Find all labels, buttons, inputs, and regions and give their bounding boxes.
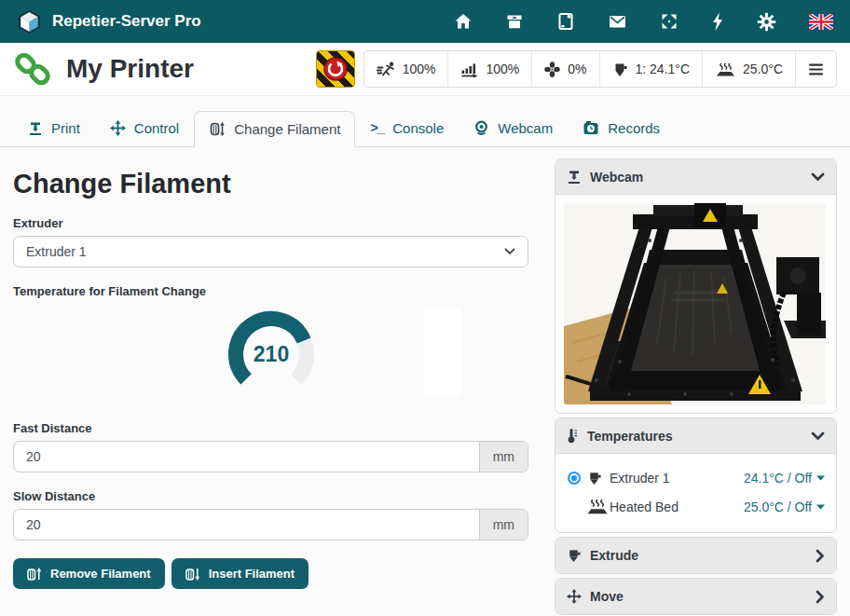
temperature-input-area [424, 308, 461, 397]
move-panel-title: Move [590, 589, 624, 604]
print-icon [28, 121, 43, 136]
extruder-icon [612, 62, 628, 77]
bed-temp-dropdown[interactable]: 25.0°C / Off [744, 500, 825, 514]
bed-temp-row: Heated Bed 25.0°C / Off [567, 492, 825, 521]
slow-distance-input[interactable] [14, 510, 479, 540]
chevron-down-icon [811, 431, 825, 441]
printer-title: My Printer [66, 54, 194, 84]
tab-change-filament-label: Change Filament [234, 121, 340, 137]
extrude-panel-header[interactable]: Extrude [555, 538, 836, 573]
change-filament-panel: Change Filament Extruder Extruder 1 Temp… [13, 147, 528, 589]
brand[interactable]: Repetier-Server Pro [17, 9, 201, 34]
extruder-icon [567, 548, 582, 563]
filament-icon [209, 121, 226, 137]
extruder-select-value: Extruder 1 [26, 244, 87, 259]
connection-link-icon [13, 49, 52, 89]
nav-fullscreen-link[interactable] [660, 12, 679, 31]
radio-selected-icon[interactable] [567, 471, 582, 486]
filament-down-icon [185, 567, 201, 582]
speed-icon [377, 62, 395, 77]
printer-status-bar: 100% 100% [363, 50, 837, 88]
tab-console[interactable]: >_ Console [355, 110, 459, 146]
nav-manual-link[interactable] [556, 12, 575, 31]
tab-change-filament[interactable]: Change Filament [194, 111, 355, 147]
nav-power-link[interactable] [711, 12, 724, 32]
bed-row-label: Heated Bed [610, 500, 679, 514]
flow-status[interactable]: 100% [447, 51, 531, 87]
move-panel-header[interactable]: Move [555, 579, 836, 614]
bed-temp-value: 25.0°C [743, 62, 783, 76]
temperatures-panel: Temperatures [555, 418, 837, 533]
speed-status[interactable]: 100% [364, 51, 448, 87]
extrude-panel-title: Extrude [590, 548, 638, 563]
extruder-select[interactable]: Extruder 1 [13, 236, 528, 267]
fullscreen-icon [660, 12, 679, 31]
webcam-icon [473, 120, 489, 136]
nav-messages-link[interactable] [608, 12, 627, 31]
tab-print[interactable]: Print [13, 110, 95, 146]
control-move-icon [110, 120, 126, 136]
temperature-knob[interactable]: 210 [225, 306, 318, 399]
remove-filament-button[interactable]: Remove Filament [13, 558, 165, 589]
settings-gear-icon [757, 12, 776, 32]
temperatures-panel-header[interactable]: Temperatures [555, 418, 836, 454]
tab-console-label: Console [392, 120, 444, 136]
temperature-gauge-row: 210 [13, 306, 528, 404]
navbar-icons [454, 12, 833, 32]
tab-control[interactable]: Control [95, 110, 194, 146]
console-icon: >_ [370, 121, 384, 136]
emergency-stop-icon [322, 56, 349, 82]
manual-icon [556, 12, 575, 31]
extruder-status[interactable]: 1: 24.1°C [599, 51, 703, 87]
temperature-label: Temperature for Filament Change [13, 284, 528, 298]
slow-distance-label: Slow Distance [13, 489, 528, 503]
printer-menu-button[interactable] [795, 51, 836, 87]
chevron-right-icon [816, 590, 825, 604]
temperature-value: 210 [253, 342, 288, 366]
insert-filament-button[interactable]: Insert Filament [171, 558, 308, 589]
tab-control-label: Control [134, 120, 179, 136]
fast-distance-group: mm [13, 441, 528, 472]
mail-icon [608, 12, 627, 31]
extruder-temp-value: 1: 24.1°C [636, 62, 691, 76]
nav-archive-link[interactable] [505, 12, 524, 31]
flow-value: 100% [486, 62, 519, 76]
home-icon [454, 12, 473, 31]
page-title: Change Filament [13, 169, 528, 199]
nav-language-link[interactable] [809, 14, 833, 30]
webcam-panel-title: Webcam [590, 170, 643, 185]
extruder-icon [587, 471, 602, 486]
remove-filament-label: Remove Filament [50, 567, 151, 581]
chevron-down-icon [504, 248, 515, 255]
extruder-temp-dropdown[interactable]: 24.1°C / Off [744, 471, 825, 486]
top-navbar: Repetier-Server Pro [0, 0, 850, 43]
nav-home-link[interactable] [454, 12, 473, 31]
tab-records[interactable]: Records [568, 110, 675, 146]
slow-distance-group: mm [13, 509, 528, 541]
language-flag-icon [809, 14, 833, 30]
slow-distance-unit: mm [479, 510, 528, 540]
extruder-row-label: Extruder 1 [610, 471, 670, 486]
extruder-label: Extruder [13, 216, 528, 230]
chevron-right-icon [816, 549, 825, 563]
caret-down-icon [816, 475, 825, 481]
sidebar: Webcam [555, 158, 837, 616]
printer-header: My Printer 100% [0, 43, 850, 96]
flow-icon [460, 62, 478, 77]
emergency-stop-button[interactable] [316, 50, 355, 88]
bed-status[interactable]: 25.0°C [702, 51, 795, 87]
thermometer-icon [567, 428, 579, 444]
brand-title: Repetier-Server Pro [52, 12, 201, 31]
chevron-down-icon [811, 172, 825, 182]
webcam-panel-header[interactable]: Webcam [555, 159, 836, 195]
nav-settings-link[interactable] [757, 12, 776, 32]
insert-filament-label: Insert Filament [209, 567, 295, 581]
tab-webcam[interactable]: Webcam [459, 110, 568, 146]
filament-up-icon [27, 567, 43, 582]
temperatures-body: Extruder 1 24.1°C / Off [555, 454, 836, 532]
fan-status[interactable]: 0% [531, 51, 598, 87]
fast-distance-input[interactable] [14, 442, 479, 472]
tab-webcam-label: Webcam [498, 120, 553, 136]
repetier-logo-icon [17, 9, 42, 34]
records-icon [583, 120, 599, 136]
